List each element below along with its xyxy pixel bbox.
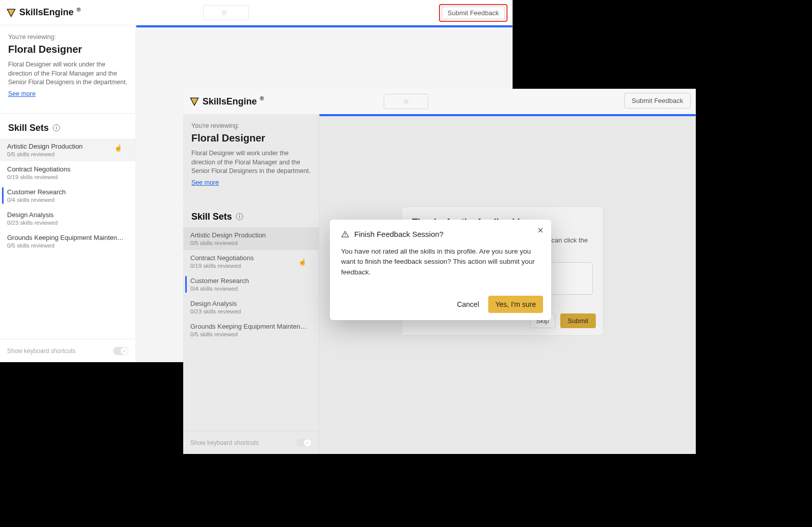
shortcuts-toggle-b[interactable] xyxy=(296,439,312,447)
skillset-sub: 0/19 skills reviewed xyxy=(190,263,312,269)
skillsets-heading-text-b: Skill Sets xyxy=(191,212,232,222)
feedback-text-frag1: can click the xyxy=(552,236,588,244)
reviewing-label: You're reviewing: xyxy=(8,33,127,41)
panel-b: SkillsEngine® Submit Feedback You're rev… xyxy=(183,89,696,454)
brand-registered-b: ® xyxy=(260,95,264,101)
submit-button[interactable]: Submit xyxy=(560,313,596,328)
finish-feedback-modal: Finish Feedback Session? You have not ra… xyxy=(330,220,551,320)
skillset-item-4[interactable]: Grounds Keeping Equipment Maintenance an… xyxy=(0,230,136,253)
sidebar-b: You're reviewing: Floral Designer Floral… xyxy=(183,114,319,454)
skillset-name: Grounds Keeping Equipment Maintenance an… xyxy=(190,323,307,330)
svg-rect-1 xyxy=(222,13,227,13)
ghost-button-a[interactable] xyxy=(203,5,249,20)
shortcuts-toggle[interactable] xyxy=(113,347,128,355)
skillset-item-b2[interactable]: Customer Research 0/4 skills reviewed xyxy=(183,273,319,296)
svg-rect-4 xyxy=(404,101,409,102)
skillset-item-b3[interactable]: Design Analysis 0/23 skills reviewed xyxy=(183,296,319,319)
review-description: Floral Designer will work under the dire… xyxy=(8,60,127,87)
cursor-icon-b: ☝ xyxy=(298,258,307,266)
skillset-name: Design Analysis xyxy=(7,211,124,219)
skillset-sub: 0/5 skills reviewed xyxy=(7,151,128,157)
modal-close-button[interactable] xyxy=(537,227,544,236)
brand-logo: SkillsEngine® xyxy=(6,7,81,18)
list-icon xyxy=(221,10,227,16)
logo-mark-icon xyxy=(6,8,16,18)
cursor-icon: ☝ xyxy=(114,144,122,152)
skillset-item-b4[interactable]: Grounds Keeping Equipment Maintenance an… xyxy=(183,319,319,341)
modal-title: Finish Feedback Session? xyxy=(354,230,444,238)
accent-bar-b xyxy=(319,114,696,116)
see-more-link-b[interactable]: See more xyxy=(191,179,219,186)
skillset-name: Artistic Design Production xyxy=(190,231,307,239)
review-title-b: Floral Designer xyxy=(191,132,311,144)
skillset-name: Customer Research xyxy=(190,277,307,285)
skillset-item-1[interactable]: Contract Negotiations 0/19 skills review… xyxy=(0,161,136,184)
review-title: Floral Designer xyxy=(8,44,127,55)
skillset-item-3[interactable]: Design Analysis 0/23 skills reviewed xyxy=(0,207,136,230)
list-icon xyxy=(403,98,409,104)
info-icon[interactable]: i xyxy=(53,124,60,131)
skillset-sub: 0/4 skills reviewed xyxy=(190,286,312,292)
logo-mark-icon xyxy=(189,96,199,107)
submit-feedback-button-a[interactable]: Submit Feedback xyxy=(439,4,507,22)
svg-rect-3 xyxy=(404,100,409,100)
skillset-sub: 0/5 skills reviewed xyxy=(7,242,128,249)
skillsets-heading-b: Skill Sets i xyxy=(183,202,319,227)
brand-logo-b: SkillsEngine® xyxy=(189,96,264,107)
svg-rect-5 xyxy=(404,103,409,103)
submit-label: Submit xyxy=(568,317,588,325)
skillset-name: Customer Research xyxy=(7,188,124,196)
skillsets-heading-text: Skill Sets xyxy=(8,123,49,133)
brand-registered: ® xyxy=(77,7,81,13)
submit-feedback-button-b[interactable]: Submit Feedback xyxy=(624,93,691,109)
skillset-name: Artistic Design Production xyxy=(7,143,124,150)
skillset-item-b0[interactable]: Artistic Design Production 0/5 skills re… xyxy=(183,227,319,250)
sidebar-footer-a: Show keyboard shortcuts xyxy=(0,339,136,362)
skillset-sub: 0/19 skills reviewed xyxy=(7,174,128,180)
cancel-button[interactable]: Cancel xyxy=(457,300,479,308)
skillsets-heading: Skill Sets i xyxy=(0,114,136,138)
ghost-button-b[interactable] xyxy=(384,94,428,109)
skillset-name: Contract Negotiations xyxy=(190,254,307,262)
skillset-item-2[interactable]: Customer Research 0/4 skills reviewed xyxy=(0,184,136,207)
confirm-button[interactable]: Yes, I'm sure xyxy=(488,296,543,313)
warning-icon xyxy=(341,230,349,238)
review-description-b: Floral Designer will work under the dire… xyxy=(191,149,311,176)
skillset-sub: 0/5 skills reviewed xyxy=(190,240,312,246)
reviewing-label-b: You're reviewing: xyxy=(191,122,311,129)
sidebar-footer-b: Show keyboard shortcuts xyxy=(183,431,319,454)
svg-point-7 xyxy=(345,235,345,236)
svg-rect-2 xyxy=(222,14,227,15)
shortcuts-label: Show keyboard shortcuts xyxy=(7,347,76,355)
skillset-sub: 0/5 skills reviewed xyxy=(190,331,312,337)
see-more-link[interactable]: See more xyxy=(8,90,36,97)
skillset-name: Grounds Keeping Equipment Maintenance an… xyxy=(7,234,124,241)
topbar-b: SkillsEngine® Submit Feedback xyxy=(183,89,696,114)
close-icon xyxy=(537,227,544,234)
info-icon-b[interactable]: i xyxy=(236,213,243,220)
submit-feedback-label-b: Submit Feedback xyxy=(632,97,683,104)
svg-rect-0 xyxy=(222,11,227,12)
brand-text-b: SkillsEngine xyxy=(202,96,257,107)
skillset-name: Contract Negotiations xyxy=(7,165,124,173)
skillset-sub: 0/23 skills reviewed xyxy=(190,308,312,314)
modal-body: You have not rated all the skills in thi… xyxy=(341,247,540,277)
confirm-label: Yes, I'm sure xyxy=(495,300,536,308)
cancel-label: Cancel xyxy=(457,300,479,308)
skillset-sub: 0/4 skills reviewed xyxy=(7,197,128,203)
topbar-a: SkillsEngine® xyxy=(0,0,513,25)
brand-text: SkillsEngine xyxy=(19,7,74,18)
submit-feedback-label: Submit Feedback xyxy=(448,9,499,17)
skillset-sub: 0/23 skills reviewed xyxy=(7,220,128,226)
shortcuts-label-b: Show keyboard shortcuts xyxy=(190,439,259,446)
skillset-name: Design Analysis xyxy=(190,300,307,307)
sidebar-a: You're reviewing: Floral Designer Floral… xyxy=(0,25,136,362)
